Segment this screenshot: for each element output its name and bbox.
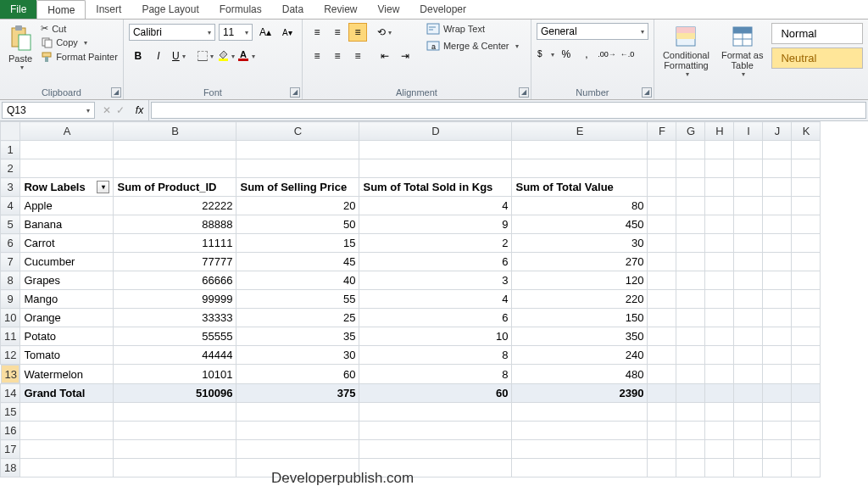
cell-J13[interactable] bbox=[763, 365, 792, 384]
cell-K3[interactable] bbox=[792, 178, 821, 197]
cell-F12[interactable] bbox=[648, 346, 676, 365]
cell-B17[interactable] bbox=[114, 440, 236, 459]
cell-A2[interactable] bbox=[20, 159, 114, 178]
cell-A9[interactable]: Mango bbox=[20, 290, 114, 309]
cell-E18[interactable] bbox=[512, 459, 648, 477]
cell-G6[interactable] bbox=[676, 234, 705, 253]
column-header-C[interactable]: C bbox=[236, 122, 359, 141]
cell-A10[interactable]: Orange bbox=[20, 309, 114, 327]
cell-F14[interactable] bbox=[648, 384, 676, 403]
cell-J11[interactable] bbox=[763, 327, 792, 346]
cell-E7[interactable]: 270 bbox=[512, 253, 648, 271]
cell-J6[interactable] bbox=[763, 234, 792, 253]
cell-H5[interactable] bbox=[705, 215, 734, 234]
align-top-button[interactable]: ≡ bbox=[308, 23, 326, 42]
cell-H11[interactable] bbox=[705, 327, 734, 346]
cell-K15[interactable] bbox=[792, 403, 821, 422]
cell-E13[interactable]: 480 bbox=[512, 365, 648, 384]
tab-page-layout[interactable]: Page Layout bbox=[131, 0, 209, 19]
column-header-K[interactable]: K bbox=[792, 122, 821, 141]
cell-E3[interactable]: Sum of Total Value bbox=[512, 178, 648, 197]
cell-G1[interactable] bbox=[676, 141, 705, 159]
cell-F6[interactable] bbox=[648, 234, 676, 253]
cell-C6[interactable]: 15 bbox=[236, 234, 359, 253]
tab-view[interactable]: View bbox=[368, 0, 410, 19]
cell-C9[interactable]: 55 bbox=[236, 290, 359, 309]
select-all-corner[interactable] bbox=[1, 122, 20, 141]
cell-G3[interactable] bbox=[676, 178, 705, 197]
decrease-font-button[interactable]: A▾ bbox=[278, 23, 297, 42]
cell-J18[interactable] bbox=[763, 459, 792, 477]
column-header-J[interactable]: J bbox=[763, 122, 792, 141]
cell-E10[interactable]: 150 bbox=[512, 309, 648, 327]
cell-F7[interactable] bbox=[648, 253, 676, 271]
column-header-E[interactable]: E bbox=[512, 122, 648, 141]
row-header-8[interactable]: 8 bbox=[1, 271, 20, 290]
filter-icon[interactable]: ▾ bbox=[97, 181, 109, 193]
cell-A6[interactable]: Carrot bbox=[20, 234, 114, 253]
copy-button[interactable]: Copy ▾ bbox=[41, 36, 118, 48]
cell-B14[interactable]: 510096 bbox=[114, 384, 236, 403]
row-header-3[interactable]: 3 bbox=[1, 178, 20, 197]
column-header-A[interactable]: A bbox=[20, 122, 114, 141]
cell-A16[interactable] bbox=[20, 422, 114, 440]
cell-K7[interactable] bbox=[792, 253, 821, 271]
cell-B2[interactable] bbox=[114, 159, 236, 178]
percent-format-button[interactable]: % bbox=[557, 45, 576, 64]
cell-C15[interactable] bbox=[236, 403, 359, 422]
cell-D16[interactable] bbox=[359, 422, 512, 440]
cell-K1[interactable] bbox=[792, 141, 821, 159]
cell-J10[interactable] bbox=[763, 309, 792, 327]
cell-F13[interactable] bbox=[648, 365, 676, 384]
cell-H1[interactable] bbox=[705, 141, 734, 159]
row-header-16[interactable]: 16 bbox=[1, 422, 20, 440]
cell-H18[interactable] bbox=[705, 459, 734, 477]
cell-E6[interactable]: 30 bbox=[512, 234, 648, 253]
font-size-select[interactable]: 11 ▾ bbox=[219, 24, 253, 41]
cell-D8[interactable]: 3 bbox=[359, 271, 512, 290]
row-header-14[interactable]: 14 bbox=[1, 384, 20, 403]
cell-G16[interactable] bbox=[676, 422, 705, 440]
cell-D6[interactable]: 2 bbox=[359, 234, 512, 253]
cell-C7[interactable]: 45 bbox=[236, 253, 359, 271]
font-color-button[interactable]: A▾ bbox=[237, 47, 256, 65]
cell-D10[interactable]: 6 bbox=[359, 309, 512, 327]
cell-I18[interactable] bbox=[734, 459, 763, 477]
borders-button[interactable]: ▾ bbox=[197, 47, 215, 65]
cell-A12[interactable]: Tomato bbox=[20, 346, 114, 365]
cell-H15[interactable] bbox=[705, 403, 734, 422]
cell-G4[interactable] bbox=[676, 197, 705, 215]
cell-A4[interactable]: Apple bbox=[20, 197, 114, 215]
cell-style-normal[interactable]: Normal bbox=[771, 23, 863, 44]
cell-D2[interactable] bbox=[359, 159, 512, 178]
cell-E2[interactable] bbox=[512, 159, 648, 178]
cell-K5[interactable] bbox=[792, 215, 821, 234]
cell-C13[interactable]: 60 bbox=[236, 365, 359, 384]
bold-button[interactable]: B bbox=[129, 47, 147, 65]
cell-G7[interactable] bbox=[676, 253, 705, 271]
italic-button[interactable]: I bbox=[149, 47, 168, 65]
underline-button[interactable]: U▾ bbox=[170, 47, 188, 65]
cell-J1[interactable] bbox=[763, 141, 792, 159]
cell-B15[interactable] bbox=[114, 403, 236, 422]
cell-I3[interactable] bbox=[734, 178, 763, 197]
cell-K18[interactable] bbox=[792, 459, 821, 477]
cell-A1[interactable] bbox=[20, 141, 114, 159]
row-header-2[interactable]: 2 bbox=[1, 159, 20, 178]
row-header-15[interactable]: 15 bbox=[1, 403, 20, 422]
cell-A18[interactable] bbox=[20, 459, 114, 477]
cell-J14[interactable] bbox=[763, 384, 792, 403]
row-header-6[interactable]: 6 bbox=[1, 234, 20, 253]
row-header-9[interactable]: 9 bbox=[1, 290, 20, 309]
name-box[interactable]: Q13 ▾ bbox=[2, 102, 95, 119]
cell-J8[interactable] bbox=[763, 271, 792, 290]
cell-K12[interactable] bbox=[792, 346, 821, 365]
row-header-13[interactable]: 13 bbox=[1, 365, 19, 383]
column-header-F[interactable]: F bbox=[648, 122, 676, 141]
cell-A15[interactable] bbox=[20, 403, 114, 422]
cell-D5[interactable]: 9 bbox=[359, 215, 512, 234]
cell-I6[interactable] bbox=[734, 234, 763, 253]
fill-color-button[interactable]: ▾ bbox=[217, 47, 236, 65]
cell-G12[interactable] bbox=[676, 346, 705, 365]
cell-K6[interactable] bbox=[792, 234, 821, 253]
